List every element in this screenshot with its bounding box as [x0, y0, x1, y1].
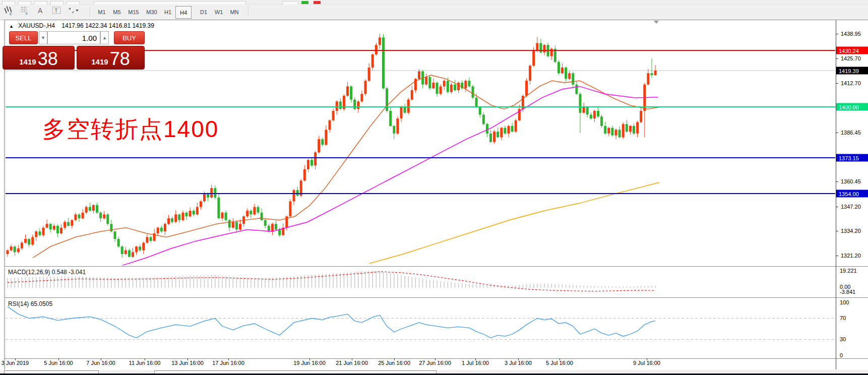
level-price-badge: 1354.00	[836, 190, 868, 198]
indicator-axis-label: 100	[840, 299, 849, 305]
price-axis-label: 1360.45	[841, 178, 861, 184]
buy-price-box[interactable]: 1419 78	[77, 46, 145, 70]
current-price-badge: 1419.39	[836, 67, 868, 75]
level-price-badge: 1430.24	[836, 47, 868, 54]
ma-fast-line	[33, 75, 659, 258]
price-axis-label: 1334.20	[841, 228, 861, 234]
price-axis-tick	[836, 181, 838, 182]
volume-input[interactable]	[47, 31, 100, 44]
symbol-period-label: XAUUSD-,H4	[18, 22, 55, 29]
spinner-up-icon: ▲	[102, 35, 107, 40]
time-axis-label: 3 Jun 2019	[2, 360, 29, 366]
buy-price-pips: 78	[110, 51, 130, 67]
spinner-down-icon: ▼	[41, 35, 45, 40]
rsi-indicator-label: RSI(14) 65.0505	[8, 300, 52, 307]
time-axis-label: 5 Jun 16:00	[44, 360, 73, 366]
price-axis-label: 1412.70	[841, 80, 861, 86]
ma-slow-line	[369, 182, 659, 264]
indicator-axis-label: 70	[840, 315, 846, 321]
time-axis-label: 5 Jul 16:00	[546, 360, 573, 366]
price-axis-tick	[836, 256, 838, 256]
time-axis-label: 3 Jul 16:00	[505, 360, 532, 366]
price-axis-tick	[836, 58, 838, 59]
time-axis-label: 9 Jul 16:00	[633, 360, 660, 366]
indicator-axis-label: -3.841	[840, 289, 855, 295]
time-axis-label: 19 Jun 16:00	[293, 360, 326, 366]
price-axis-label: 1321.20	[841, 253, 861, 259]
macd-indicator-label: MACD(12,26,9) 0.548 -3.041	[8, 269, 86, 276]
time-axis-label: 11 Jun 16:00	[129, 360, 161, 366]
price-axis-tick	[836, 83, 838, 84]
time-axis-label: 17 Jun 16:00	[212, 360, 244, 366]
sell-price-box[interactable]: 1419 38	[3, 46, 75, 70]
sell-price-big-figure: 1419	[19, 56, 36, 67]
chart-header: ▲ XAUUSD-,H4 1417.96 1422.34 1416.81 141…	[9, 22, 154, 29]
collapse-icon[interactable]: ▲	[9, 24, 14, 29]
buy-price-big-figure: 1419	[91, 56, 108, 67]
price-axis-label: 1386.45	[841, 130, 861, 136]
price-shift-marker-icon[interactable]	[654, 21, 659, 24]
price-axis-tick	[836, 34, 838, 34]
indicator-axis-label: 0	[840, 352, 843, 358]
buy-button[interactable]: BUY	[114, 31, 145, 44]
indicator-axis-label: 30	[840, 336, 846, 342]
price-axis-tick	[836, 133, 838, 133]
price-axis-label: 1425.70	[841, 55, 861, 61]
volume-increase-button[interactable]: ▲	[100, 31, 109, 44]
price-axis-label: 1438.95	[841, 31, 861, 37]
panel-separator	[4, 267, 868, 268]
sell-button[interactable]: SELL	[9, 31, 38, 44]
time-axis-label: 13 Jun 16:00	[171, 360, 204, 366]
panel-separator	[4, 358, 868, 359]
price-axis-label: 1347.20	[841, 204, 861, 210]
panel-separator[interactable]	[4, 297, 868, 298]
time-axis-label: 25 Jun 16:00	[378, 360, 410, 366]
volume-decrease-button[interactable]: ▼	[39, 31, 47, 44]
indicator-axis-label: 19.221	[840, 268, 857, 274]
time-axis-label: 21 Jun 16:00	[336, 360, 368, 366]
ohlc-values: 1417.96 1422.34 1416.81 1419.39	[61, 22, 154, 29]
time-axis-label: 7 Jun 16:00	[86, 360, 115, 366]
level-price-badge: 1373.15	[836, 154, 868, 162]
price-axis-tick	[836, 207, 838, 207]
price-axis-tick	[836, 231, 838, 231]
time-axis-label: 1 Jul 16:00	[462, 360, 489, 366]
chart-text-annotation: 多空转折点1400	[42, 114, 219, 145]
panel-separator	[4, 298, 868, 299]
time-axis-label: 27 Jun 16:00	[419, 360, 451, 366]
panel-separator[interactable]	[4, 266, 868, 267]
level-price-badge: 1400.00	[836, 103, 868, 111]
sell-price-pips: 38	[38, 51, 58, 67]
mt4-window: EFAT M1M5M15M30H1H4D1W1MN ▲ XAUUSD-,H4 1…	[0, 0, 868, 375]
